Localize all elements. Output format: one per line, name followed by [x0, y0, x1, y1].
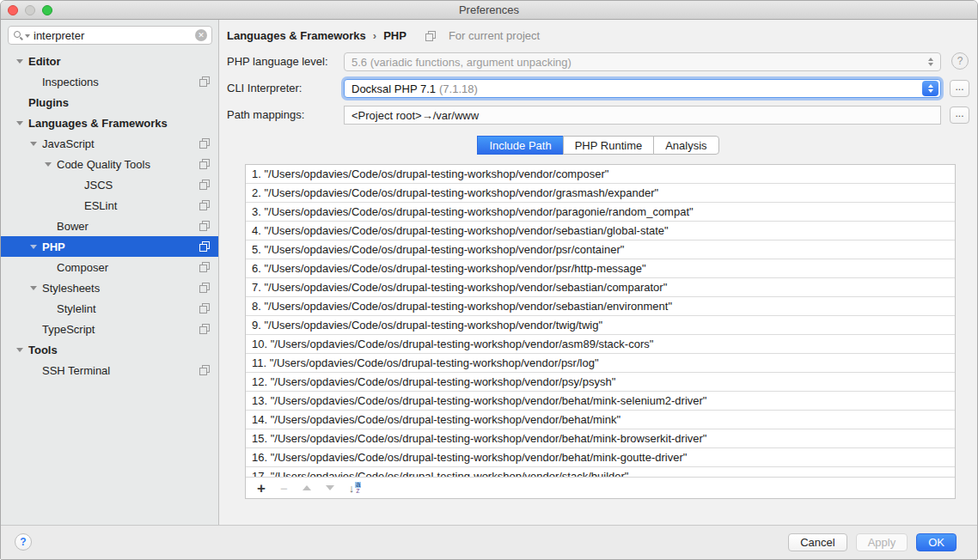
titlebar: Preferences [1, 1, 977, 20]
cli-interpreter-version: (7.1.18) [439, 82, 478, 95]
expand-arrow-icon[interactable] [16, 348, 28, 352]
settings-search-box[interactable] [8, 26, 212, 45]
sidebar-item-inspections[interactable]: Inspections [1, 71, 218, 92]
path-mappings-field[interactable]: <Project root>→/var/www [344, 106, 941, 125]
cli-interpreter-select[interactable]: Docksal PHP 7.1(7.1.18) [344, 79, 941, 98]
include-path-row[interactable]: 3. "/Users/opdavies/Code/os/drupal-testi… [246, 203, 955, 222]
expand-arrow-icon[interactable] [30, 368, 42, 373]
sidebar-item-label: Composer [57, 261, 199, 274]
sidebar-item-typescript[interactable]: TypeScript [1, 319, 218, 339]
search-options-caret-icon[interactable] [25, 34, 30, 38]
expand-arrow-icon[interactable] [45, 307, 57, 311]
include-path-row[interactable]: 2. "/Users/opdavies/Code/os/drupal-testi… [246, 184, 955, 203]
include-path-row[interactable]: 5. "/Users/opdavies/Code/os/drupal-testi… [246, 240, 955, 259]
include-path-row[interactable]: 12. "/Users/opdavies/Code/os/drupal-test… [246, 373, 955, 392]
include-path-row[interactable]: 11. "/Users/opdavies/Code/os/drupal-test… [246, 354, 955, 373]
expand-arrow-icon[interactable] [30, 245, 42, 249]
include-path-row[interactable]: 13. "/Users/opdavies/Code/os/drupal-test… [246, 392, 955, 411]
per-project-settings-icon [199, 76, 210, 87]
sidebar-item-tools[interactable]: Tools [1, 339, 218, 360]
include-path-row[interactable]: 8. "/Users/opdavies/Code/os/drupal-testi… [246, 297, 955, 316]
per-project-settings-icon [199, 241, 210, 252]
per-project-settings-icon [199, 262, 210, 272]
settings-tree: Editor Inspections Plugins Languages & F… [1, 51, 218, 380]
expand-arrow-icon[interactable] [30, 286, 42, 290]
tab-include-path[interactable]: Include Path [477, 136, 563, 155]
sidebar-item-php[interactable]: PHP [1, 236, 218, 257]
move-down-button [326, 485, 334, 490]
sidebar-item-jscs[interactable]: JSCS [1, 174, 218, 195]
cancel-button[interactable]: Cancel [788, 533, 847, 551]
sidebar-item-stylesheets[interactable]: Stylesheets [1, 277, 218, 298]
tab-analysis[interactable]: Analysis [653, 136, 718, 155]
clear-search-icon[interactable] [195, 29, 207, 41]
expand-arrow-icon[interactable] [72, 204, 84, 208]
expand-arrow-icon[interactable] [16, 100, 28, 105]
expand-arrow-icon[interactable] [72, 183, 84, 187]
breadcrumb-current: PHP [383, 29, 406, 42]
sidebar-item-languages-frameworks[interactable]: Languages & Frameworks [1, 113, 218, 133]
breadcrumb-parent[interactable]: Languages & Frameworks [227, 29, 366, 42]
window-title: Preferences [1, 3, 977, 16]
sidebar-item-label: Plugins [28, 96, 199, 109]
expand-arrow-icon[interactable] [30, 80, 42, 84]
cli-interpreter-browse-button[interactable]: ... [950, 80, 969, 97]
chevron-up-down-icon [925, 58, 937, 66]
language-level-help-icon[interactable]: ? [951, 52, 969, 70]
include-path-row[interactable]: 4. "/Users/opdavies/Code/os/drupal-testi… [246, 222, 955, 240]
per-project-settings-icon [199, 283, 210, 293]
include-path-row[interactable]: 7. "/Users/opdavies/Code/os/drupal-testi… [246, 278, 955, 297]
include-path-row[interactable]: 6. "/Users/opdavies/Code/os/drupal-testi… [246, 259, 955, 278]
help-button[interactable]: ? [15, 533, 32, 551]
footer-buttons: Cancel Apply OK [788, 533, 957, 551]
expand-arrow-icon[interactable] [16, 121, 28, 125]
path-mappings-browse-button[interactable]: ... [950, 107, 969, 124]
sidebar-item-plugins[interactable]: Plugins [1, 92, 218, 113]
php-settings-panel: Languages & Frameworks › PHP For current… [220, 20, 977, 525]
sort-alphabetically-button[interactable]: ↓ a z [349, 482, 362, 495]
sidebar-item-eslint[interactable]: ESLint [1, 195, 218, 216]
per-project-settings-icon [425, 31, 436, 41]
tab-php-runtime[interactable]: PHP Runtime [563, 136, 655, 155]
sidebar-item-editor[interactable]: Editor [1, 51, 218, 71]
include-path-row[interactable]: 14. "/Users/opdavies/Code/os/drupal-test… [246, 411, 955, 429]
per-project-settings-icon [199, 159, 210, 169]
include-path-row[interactable]: 16. "/Users/opdavies/Code/os/drupal-test… [246, 448, 955, 467]
preferences-window: Preferences Editor Inspections P [0, 0, 978, 560]
include-path-row[interactable]: 1. "/Users/opdavies/Code/os/drupal-testi… [246, 165, 955, 184]
add-path-button[interactable]: + [257, 482, 266, 495]
expand-arrow-icon[interactable] [30, 142, 42, 146]
include-path-row[interactable]: 17. "/Users/opdavies/Code/os/drupal-test… [246, 467, 955, 477]
include-path-row[interactable]: 15. "/Users/opdavies/Code/os/drupal-test… [246, 429, 955, 448]
include-path-row[interactable]: 10. "/Users/opdavies/Code/os/drupal-test… [246, 335, 955, 354]
sidebar-item-label: PHP [42, 240, 199, 253]
include-path-row[interactable]: 9. "/Users/opdavies/Code/os/drupal-testi… [246, 316, 955, 335]
sidebar-item-javascript[interactable]: JavaScript [1, 133, 218, 154]
sidebar-item-ssh-terminal[interactable]: SSH Terminal [1, 360, 218, 380]
expand-arrow-icon[interactable] [45, 265, 57, 270]
include-path-list: 1. "/Users/opdavies/Code/os/drupal-testi… [246, 165, 955, 477]
apply-button: Apply [856, 533, 908, 551]
per-project-settings-icon [199, 200, 210, 210]
cli-interpreter-value: Docksal PHP 7.1(7.1.18) [351, 82, 922, 95]
search-input[interactable] [34, 29, 195, 42]
language-level-label: PHP language level: [227, 52, 328, 71]
sidebar-item-stylelint[interactable]: Stylelint [1, 298, 218, 319]
sort-arrow-icon: ↓ [349, 482, 355, 495]
breadcrumb-separator-icon: › [373, 29, 376, 42]
expand-arrow-icon[interactable] [45, 224, 57, 228]
sidebar-item-label: Inspections [42, 76, 199, 88]
expand-arrow-icon[interactable] [16, 59, 28, 64]
sidebar-item-label: SSH Terminal [42, 364, 199, 377]
per-project-settings-icon [199, 180, 210, 190]
expand-arrow-icon[interactable] [30, 327, 42, 332]
ok-button[interactable]: OK [916, 533, 957, 551]
settings-sidebar: Editor Inspections Plugins Languages & F… [1, 20, 219, 525]
sidebar-item-code-quality-tools[interactable]: Code Quality Tools [1, 154, 218, 174]
breadcrumb: Languages & Frameworks › PHP For current… [227, 29, 540, 42]
chevron-up-down-icon[interactable] [922, 81, 938, 96]
sort-letter-z: z [355, 488, 361, 494]
expand-arrow-icon[interactable] [45, 162, 57, 167]
sidebar-item-bower[interactable]: Bower [1, 216, 218, 236]
sidebar-item-composer[interactable]: Composer [1, 257, 218, 277]
